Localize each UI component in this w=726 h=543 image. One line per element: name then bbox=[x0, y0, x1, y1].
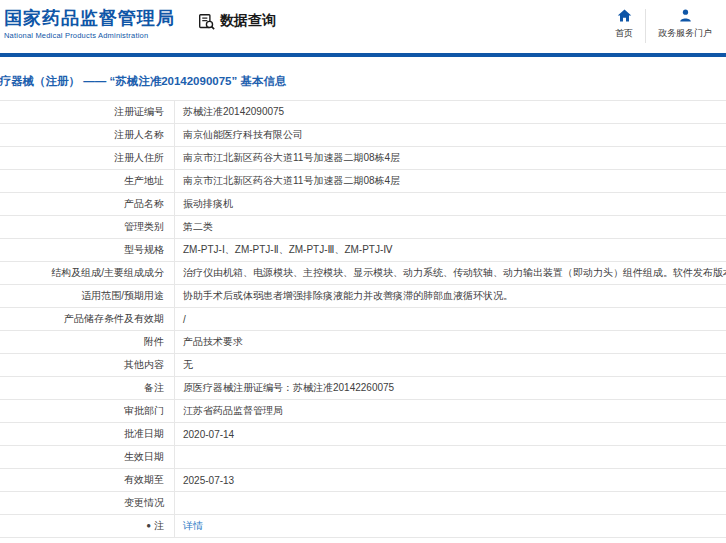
row-value: 南京市江北新区药谷大道11号加速器二期08栋4层 bbox=[175, 147, 726, 169]
page-title: 医疗器械（注册） —— “苏械注准20142090075” 基本信息 bbox=[0, 74, 726, 89]
row-label: 结构及组成/主要组成成分 bbox=[0, 262, 175, 284]
table-row: 审批部门江苏省药品监督管理局 bbox=[0, 400, 726, 423]
note-icon: ● bbox=[146, 522, 151, 530]
row-value: 产品技术要求 bbox=[175, 331, 726, 353]
row-value: 详情 bbox=[175, 515, 726, 537]
row-label: 生效日期 bbox=[0, 446, 175, 468]
table-row: 注册人住所南京市江北新区药谷大道11号加速器二期08栋4层 bbox=[0, 147, 726, 170]
row-label: 管理类别 bbox=[0, 216, 175, 238]
nmpa-logo: 国家药品监督管理局 National Medical Products Admi… bbox=[4, 7, 175, 40]
row-value: 南京市江北新区药谷大道11号加速器二期08栋4层 bbox=[175, 170, 726, 192]
row-value: 2025-07-13 bbox=[175, 469, 726, 491]
row-label: 审批部门 bbox=[0, 400, 175, 422]
row-value: 原医疗器械注册证编号：苏械注准20142260075 bbox=[175, 377, 726, 399]
row-value: 协助手术后或体弱患者增强排除痰液能力并改善痰滞的肺部血液循环状况。 bbox=[175, 285, 726, 307]
main-content: 医疗器械（注册） —— “苏械注准20142090075” 基本信息 注册证编号… bbox=[0, 57, 726, 538]
table-row: 生效日期 bbox=[0, 446, 726, 469]
data-query-section[interactable]: 数据查询 bbox=[198, 12, 276, 30]
table-row: 变更情况 bbox=[0, 492, 726, 515]
table-row: 产品储存条件及有效期/ bbox=[0, 308, 726, 331]
table-row: 适用范围/预期用途协助手术后或体弱患者增强排除痰液能力并改善痰滞的肺部血液循环状… bbox=[0, 285, 726, 308]
row-label: 附件 bbox=[0, 331, 175, 353]
row-label: 变更情况 bbox=[0, 492, 175, 514]
row-label: ●注 bbox=[0, 515, 175, 537]
nav-home[interactable]: 首页 bbox=[603, 6, 645, 42]
table-row: 批准日期2020-07-14 bbox=[0, 423, 726, 446]
table-row: 备注原医疗器械注册证编号：苏械注准20142260075 bbox=[0, 377, 726, 400]
row-value: 南京仙能医疗科技有限公司 bbox=[175, 124, 726, 146]
home-icon bbox=[617, 8, 632, 23]
row-value: 治疗仪由机箱、电源模块、主控模块、显示模块、动力系统、传动软轴、动力输出装置（即… bbox=[175, 262, 726, 284]
row-label: 注册人住所 bbox=[0, 147, 175, 169]
table-row: 有效期至2025-07-13 bbox=[0, 469, 726, 492]
row-value: / bbox=[175, 308, 726, 330]
row-label: 注册人名称 bbox=[0, 124, 175, 146]
row-label: 注册证编号 bbox=[0, 101, 175, 123]
row-label: 产品储存条件及有效期 bbox=[0, 308, 175, 330]
row-value: 江苏省药品监督管理局 bbox=[175, 400, 726, 422]
person-icon bbox=[678, 8, 693, 23]
registration-table: 注册证编号苏械注准20142090075注册人名称南京仙能医疗科技有限公司注册人… bbox=[0, 100, 726, 538]
data-query-icon bbox=[198, 13, 215, 30]
row-label: 生产地址 bbox=[0, 170, 175, 192]
row-value: 振动排痰机 bbox=[175, 193, 726, 215]
row-label: 适用范围/预期用途 bbox=[0, 285, 175, 307]
row-label: 有效期至 bbox=[0, 469, 175, 491]
table-row: 产品名称振动排痰机 bbox=[0, 193, 726, 216]
row-value bbox=[175, 446, 726, 468]
table-row: 注册人名称南京仙能医疗科技有限公司 bbox=[0, 124, 726, 147]
top-nav: 首页 政务服务门户 bbox=[603, 6, 724, 43]
table-row: 结构及组成/主要组成成分治疗仪由机箱、电源模块、主控模块、显示模块、动力系统、传… bbox=[0, 262, 726, 285]
row-value: 无 bbox=[175, 354, 726, 376]
table-row: 管理类别第二类 bbox=[0, 216, 726, 239]
top-header: 国家药品监督管理局 National Medical Products Admi… bbox=[0, 0, 726, 57]
row-value: ZM-PTJ-Ⅰ、ZM-PTJ-Ⅱ、ZM-PTJ-Ⅲ、ZM-PTJ-Ⅳ bbox=[175, 239, 726, 261]
detail-link[interactable]: 详情 bbox=[183, 519, 203, 533]
row-label: 产品名称 bbox=[0, 193, 175, 215]
row-value: 第二类 bbox=[175, 216, 726, 238]
row-label: 备注 bbox=[0, 377, 175, 399]
title-wrap: 医疗器械（注册） —— “苏械注准20142090075” 基本信息 bbox=[0, 57, 726, 100]
row-value: 苏械注准20142090075 bbox=[175, 101, 726, 123]
logo-subtitle: National Medical Products Administration bbox=[4, 31, 175, 40]
logo-title: 国家药品监督管理局 bbox=[4, 7, 175, 29]
table-row: 附件产品技术要求 bbox=[0, 331, 726, 354]
row-label: 批准日期 bbox=[0, 423, 175, 445]
row-label: 型号规格 bbox=[0, 239, 175, 261]
nav-home-label: 首页 bbox=[615, 27, 633, 40]
nav-portal-label: 政务服务门户 bbox=[658, 27, 712, 40]
row-value: 2020-07-14 bbox=[175, 423, 726, 445]
table-row: 注册证编号苏械注准20142090075 bbox=[0, 101, 726, 124]
row-value bbox=[175, 492, 726, 514]
table-row: ●注详情 bbox=[0, 515, 726, 538]
row-label: 其他内容 bbox=[0, 354, 175, 376]
table-row: 型号规格ZM-PTJ-Ⅰ、ZM-PTJ-Ⅱ、ZM-PTJ-Ⅲ、ZM-PTJ-Ⅳ bbox=[0, 239, 726, 262]
table-row: 生产地址南京市江北新区药谷大道11号加速器二期08栋4层 bbox=[0, 170, 726, 193]
table-row: 其他内容无 bbox=[0, 354, 726, 377]
nav-portal[interactable]: 政务服务门户 bbox=[646, 6, 724, 42]
data-query-label: 数据查询 bbox=[220, 12, 276, 30]
